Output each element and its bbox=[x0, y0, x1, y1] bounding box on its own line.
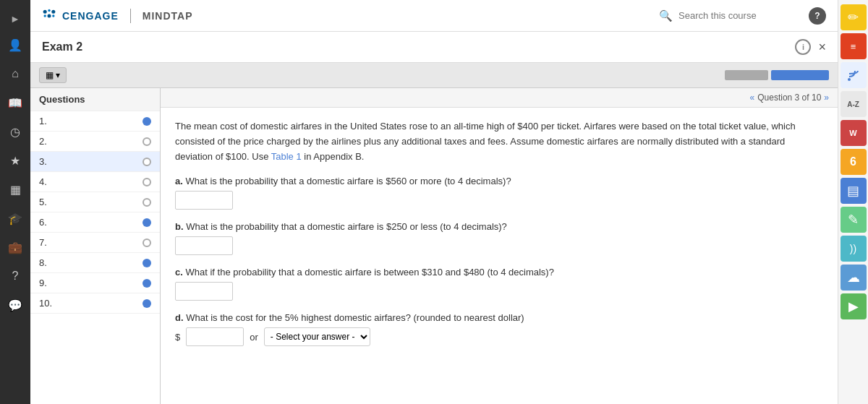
q7-status-dot bbox=[142, 238, 151, 247]
search-input[interactable] bbox=[678, 10, 794, 21]
mindtap-label: MINDTAP bbox=[142, 10, 193, 22]
dollar-sign: $ bbox=[175, 332, 180, 343]
answer-b-input[interactable] bbox=[175, 236, 233, 255]
az-tool[interactable]: A-Z bbox=[841, 91, 867, 117]
right-sidebar: ✏ ≡ A-Z W 6 ▤ ✎ )) ☁ ▶ bbox=[838, 0, 868, 404]
answer-d-row: $ or - Select your answer - greater than… bbox=[175, 327, 823, 346]
flashcard-tool[interactable]: 6 bbox=[841, 149, 867, 175]
answer-c-input[interactable] bbox=[175, 282, 233, 301]
question-item-10[interactable]: 10. bbox=[30, 293, 160, 314]
sub-b-text: What is the probability that a domestic … bbox=[186, 221, 507, 232]
q6-status-dot bbox=[142, 218, 151, 227]
svg-point-2 bbox=[51, 9, 55, 13]
question-item-4[interactable]: 4. bbox=[30, 172, 160, 192]
svg-point-0 bbox=[43, 9, 47, 13]
home-icon[interactable]: ⌂ bbox=[2, 61, 28, 87]
q5-status-dot bbox=[142, 198, 151, 207]
question-text: The mean cost of domestic airfares in th… bbox=[175, 119, 823, 164]
question-counter: Question 3 of 10 bbox=[757, 93, 821, 103]
sub-question-a: a. What is the probability that a domest… bbox=[175, 176, 823, 210]
q9-status-dot bbox=[142, 279, 151, 288]
info-button[interactable]: i bbox=[795, 39, 811, 55]
exam-header-icons: i × bbox=[795, 39, 826, 55]
pencil-tool[interactable]: ✏ bbox=[841, 4, 867, 30]
search-icon: 🔍 bbox=[659, 9, 673, 22]
logo-divider bbox=[130, 9, 131, 23]
next-question-button[interactable]: » bbox=[824, 93, 829, 103]
chat-icon[interactable]: 💬 bbox=[2, 292, 28, 318]
notes-tool[interactable]: ✎ bbox=[841, 207, 867, 233]
clock-icon[interactable]: ◷ bbox=[2, 119, 28, 145]
cloud-tool[interactable]: ☁ bbox=[841, 265, 867, 291]
svg-point-1 bbox=[48, 9, 50, 11]
q10-status-dot bbox=[142, 299, 151, 308]
svg-point-3 bbox=[44, 14, 46, 17]
question-nav-bar: « Question 3 of 10 » bbox=[161, 88, 838, 108]
select-answer-dropdown[interactable]: - Select your answer - greater than less… bbox=[264, 327, 370, 346]
rss-tool[interactable] bbox=[841, 62, 867, 88]
help-button[interactable]: ? bbox=[809, 7, 826, 25]
answer-a-input[interactable] bbox=[175, 191, 233, 210]
q1-status-dot bbox=[142, 117, 151, 126]
question-item-9[interactable]: 9. bbox=[30, 273, 160, 293]
book-nav-icon[interactable]: 📖 bbox=[2, 90, 28, 116]
grid-icon: ▦ bbox=[46, 70, 54, 80]
question-item-1[interactable]: 1. bbox=[30, 111, 160, 132]
questions-panel: Questions 1. 2. 3. 4. 5. 6. bbox=[30, 88, 161, 404]
prev-question-button[interactable]: « bbox=[750, 93, 755, 103]
cengage-label: CENGAGE bbox=[62, 10, 119, 22]
dropdown-arrow-icon: ▾ bbox=[56, 70, 60, 80]
highlight-tool[interactable]: ≡ bbox=[841, 33, 867, 59]
question-content: « Question 3 of 10 » The mean cost of do… bbox=[161, 88, 838, 404]
or-text: or bbox=[250, 332, 258, 343]
book-tool[interactable]: ▤ bbox=[841, 178, 867, 204]
question-item-5[interactable]: 5. bbox=[30, 192, 160, 212]
svg-point-4 bbox=[48, 14, 51, 17]
star-icon[interactable]: ★ bbox=[2, 147, 28, 173]
q4-status-dot bbox=[142, 178, 151, 186]
library-icon[interactable]: ▦ bbox=[2, 176, 28, 202]
sub-question-c: c. What if the probability that a domest… bbox=[175, 267, 823, 301]
graduation-icon[interactable]: 🎓 bbox=[2, 205, 28, 231]
toolbar-grid-button[interactable]: ▦ ▾ bbox=[39, 67, 67, 83]
progress-segment-1 bbox=[725, 70, 768, 80]
sub-d-label: d. bbox=[175, 312, 184, 323]
check-tool[interactable]: ▶ bbox=[841, 293, 867, 319]
cengage-logo-icon bbox=[42, 9, 56, 23]
question-item-2[interactable]: 2. bbox=[30, 132, 160, 152]
question-item-6[interactable]: 6. bbox=[30, 212, 160, 233]
progress-bar-area bbox=[725, 70, 829, 80]
answer-d-input[interactable] bbox=[186, 327, 244, 346]
svg-point-6 bbox=[848, 78, 851, 81]
question-item-7[interactable]: 7. bbox=[30, 233, 160, 253]
question-item-8[interactable]: 8. bbox=[30, 253, 160, 273]
sub-d-text: What is the cost for the 5% highest dome… bbox=[186, 312, 524, 323]
person-icon[interactable]: 👤 bbox=[2, 32, 28, 58]
sub-question-d: d. What is the cost for the 5% highest d… bbox=[175, 312, 823, 346]
q3-status-dot bbox=[142, 158, 151, 166]
question-body: The mean cost of domestic airfares in th… bbox=[161, 108, 838, 369]
office-tool[interactable]: W bbox=[841, 120, 867, 146]
question-item-3[interactable]: 3. bbox=[30, 152, 160, 172]
collapse-button[interactable]: ► bbox=[4, 7, 26, 30]
help-nav-icon[interactable]: ? bbox=[2, 263, 28, 289]
q2-status-dot bbox=[142, 137, 151, 146]
close-button[interactable]: × bbox=[818, 40, 826, 55]
svg-point-5 bbox=[52, 14, 54, 17]
search-area: 🔍 ? bbox=[659, 7, 826, 25]
topbar: CENGAGE MINDTAP 🔍 ? bbox=[30, 0, 838, 32]
logo-area: CENGAGE MINDTAP bbox=[42, 9, 193, 23]
exam-header: Exam 2 i × bbox=[30, 32, 838, 63]
sub-c-text: What if the probability that a domestic … bbox=[185, 267, 553, 278]
briefcase-icon[interactable]: 💼 bbox=[2, 234, 28, 260]
left-sidebar: ► 👤 ⌂ 📖 ◷ ★ ▦ 🎓 💼 ? 💬 bbox=[0, 0, 30, 404]
audio-tool[interactable]: )) bbox=[841, 236, 867, 262]
sub-question-b: b. What is the probability that a domest… bbox=[175, 221, 823, 255]
toolbar-row: ▦ ▾ bbox=[30, 63, 838, 88]
sub-a-label: a. bbox=[175, 176, 183, 186]
table-link[interactable]: Table 1 bbox=[271, 151, 302, 162]
sub-a-text: What is the probability that a domestic … bbox=[185, 176, 511, 186]
q8-status-dot bbox=[142, 259, 151, 267]
progress-segment-2 bbox=[771, 70, 829, 80]
questions-header: Questions bbox=[30, 88, 160, 111]
